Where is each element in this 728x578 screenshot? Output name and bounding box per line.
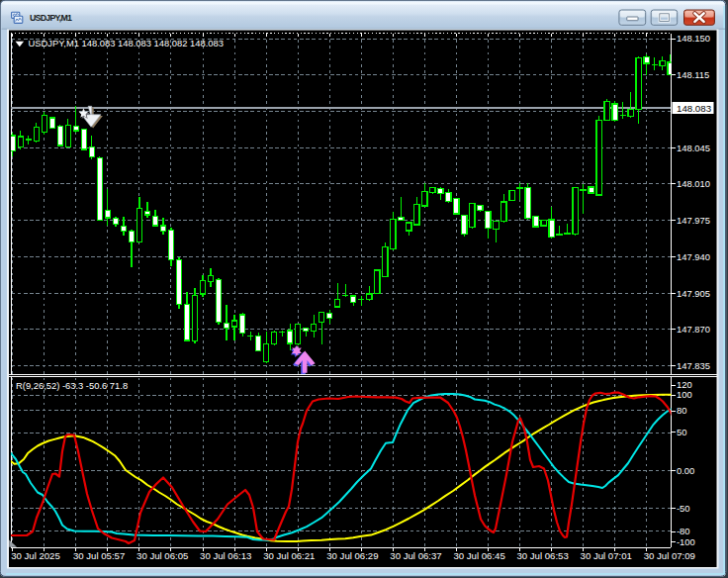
svg-text:30 Jul 06:21: 30 Jul 06:21 (263, 550, 315, 561)
svg-text:147.835: 147.835 (677, 360, 710, 371)
svg-text:-100: -100 (677, 536, 695, 547)
svg-text:-80: -80 (677, 526, 690, 536)
svg-text:147.905: 147.905 (677, 288, 710, 299)
svg-text:147.870: 147.870 (677, 324, 710, 335)
svg-text:80: 80 (677, 405, 686, 416)
svg-text:USDJPY,M1: USDJPY,M1 (30, 13, 72, 23)
svg-text:30 Jul 06:13: 30 Jul 06:13 (200, 550, 251, 561)
svg-text:30 Jul 05:57: 30 Jul 05:57 (73, 550, 125, 561)
svg-text:-50: -50 (677, 503, 690, 514)
svg-text:148.045: 148.045 (677, 143, 710, 153)
svg-text:147.940: 147.940 (677, 251, 710, 262)
svg-text:R(9,26,52) -63.3 -50.6 71.8: R(9,26,52) -63.3 -50.6 71.8 (16, 380, 128, 391)
svg-text:30 Jul 06:37: 30 Jul 06:37 (390, 550, 441, 561)
svg-text:148.115: 148.115 (677, 69, 709, 80)
svg-text:100: 100 (677, 389, 692, 400)
svg-text:30 Jul 2025: 30 Jul 2025 (11, 550, 60, 561)
svg-text:50: 50 (677, 427, 686, 437)
svg-text:30 Jul 07:09: 30 Jul 07:09 (644, 550, 695, 561)
svg-text:148.010: 148.010 (677, 178, 710, 189)
svg-text:147.975: 147.975 (677, 215, 710, 226)
svg-text:148.083: 148.083 (677, 103, 711, 114)
svg-text:30 Jul 06:05: 30 Jul 06:05 (136, 550, 188, 561)
svg-text:30 Jul 06:53: 30 Jul 06:53 (516, 550, 568, 561)
svg-text:0.00: 0.00 (677, 465, 694, 476)
svg-text:USDJPY,M1 148.083 148.083 148: USDJPY,M1 148.083 148.083 148.082 148.08… (29, 38, 224, 48)
svg-text:30 Jul 07:01: 30 Jul 07:01 (581, 550, 632, 561)
svg-text:30 Jul 06:29: 30 Jul 06:29 (326, 550, 378, 561)
svg-text:148.150: 148.150 (677, 33, 710, 44)
svg-text:30 Jul 06:45: 30 Jul 06:45 (453, 550, 504, 561)
